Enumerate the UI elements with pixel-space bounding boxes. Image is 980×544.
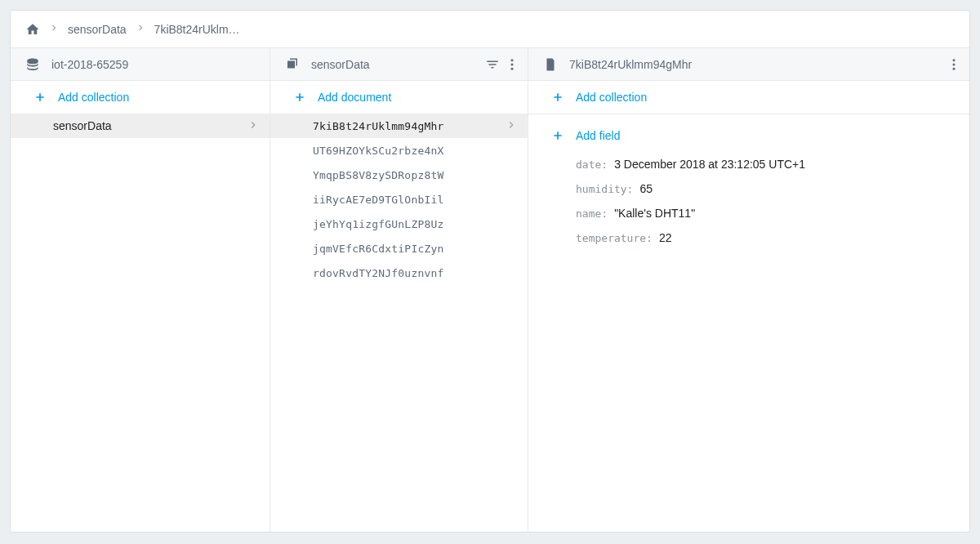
project-id-label: iot-2018-65259 <box>51 58 128 71</box>
field-row[interactable]: date: 3 December 2018 at 23:12:05 UTC+1 <box>551 152 969 176</box>
add-document-button[interactable]: Add document <box>270 81 528 114</box>
columns-container: iot-2018-65259 Add collection sensorData <box>11 48 969 532</box>
filter-icon[interactable] <box>485 57 500 72</box>
collection-column: sensorData Add document 7kiB8t24rUklmm94… <box>270 48 528 532</box>
home-icon <box>25 22 40 37</box>
field-key: date: <box>576 158 608 171</box>
field-row[interactable]: temperature: 22 <box>551 225 969 250</box>
field-key: temperature: <box>576 232 653 244</box>
collection-item[interactable]: sensorData <box>11 114 270 138</box>
document-id-label: 7kiB8t24rUklmm94gMhr <box>569 58 692 71</box>
add-document-label: Add document <box>318 91 391 104</box>
add-collection-button[interactable]: Add collection <box>11 81 270 114</box>
svg-point-5 <box>953 67 956 69</box>
document-column-header: 7kiB8t24rUklmm94gMhr <box>528 48 969 81</box>
document-item[interactable]: jqmVEfcR6CdxtiPIcZyn <box>270 236 528 261</box>
add-field-button[interactable]: Add field <box>551 119 969 152</box>
document-item-label: jqmVEfcR6CdxtiPIcZyn <box>313 243 444 255</box>
collection-icon <box>285 57 300 72</box>
plus-icon <box>293 91 306 104</box>
breadcrumb-item-document[interactable]: 7kiB8t24rUklm… <box>154 23 240 36</box>
svg-point-0 <box>511 59 514 61</box>
document-item[interactable]: 7kiB8t24rUklmm94gMhr <box>270 114 528 138</box>
field-value: 22 <box>659 231 672 244</box>
breadcrumb-item-collection[interactable]: sensorData <box>68 23 127 36</box>
field-value: "Kalle's DHT11" <box>614 207 695 220</box>
field-value: 3 December 2018 at 23:12:05 UTC+1 <box>614 158 805 171</box>
collection-name-label: sensorData <box>311 58 370 71</box>
field-value: 65 <box>639 182 653 195</box>
project-column: iot-2018-65259 Add collection sensorData <box>11 48 270 532</box>
collection-item-label: sensorData <box>53 119 112 132</box>
document-item[interactable]: rdovRvdTY2NJf0uznvnf <box>270 261 528 285</box>
chevron-right-icon <box>247 118 260 134</box>
firestore-data-panel: sensorData 7kiB8t24rUklm… iot-2018-65259… <box>10 10 970 533</box>
add-collection-label: Add collection <box>58 91 129 104</box>
database-icon <box>25 57 40 72</box>
svg-point-3 <box>953 59 956 61</box>
document-item-label: 7kiB8t24rUklmm94gMhr <box>313 120 444 132</box>
document-column: 7kiB8t24rUklmm94gMhr Add collection Add … <box>528 48 969 532</box>
breadcrumb: sensorData 7kiB8t24rUklm… <box>11 11 969 48</box>
document-item-label: UT69HZOYkSCu2rbze4nX <box>313 145 444 157</box>
collection-column-header: sensorData <box>270 48 528 81</box>
document-item[interactable]: YmqpBS8V8zySDRopz8tW <box>270 163 528 187</box>
svg-point-2 <box>511 67 514 69</box>
document-icon <box>543 57 558 72</box>
breadcrumb-home[interactable] <box>25 22 40 37</box>
chevron-right-icon <box>48 22 60 36</box>
overflow-menu-icon[interactable] <box>947 57 961 72</box>
document-item-label: rdovRvdTY2NJf0uznvnf <box>313 267 444 279</box>
document-item-label: YmqpBS8V8zySDRopz8tW <box>313 169 444 181</box>
add-subcollection-label: Add collection <box>576 91 647 104</box>
documents-list: 7kiB8t24rUklmm94gMhr UT69HZOYkSCu2rbze4n… <box>270 114 528 532</box>
document-item-label: jeYhYq1izgfGUnLZP8Uz <box>313 218 444 230</box>
svg-point-1 <box>511 63 514 65</box>
document-item[interactable]: iiRycAE7eD9TGlOnbIil <box>270 187 528 212</box>
document-item[interactable]: UT69HZOYkSCu2rbze4nX <box>270 138 528 163</box>
chevron-right-icon <box>135 22 146 36</box>
svg-point-4 <box>953 63 956 65</box>
plus-icon <box>33 91 47 104</box>
document-item-label: iiRycAE7eD9TGlOnbIil <box>313 194 444 206</box>
project-column-header: iot-2018-65259 <box>11 48 270 81</box>
field-row[interactable]: humidity: 65 <box>551 176 969 201</box>
field-row[interactable]: name: "Kalle's DHT11" <box>551 201 969 225</box>
plus-icon <box>551 129 564 142</box>
chevron-right-icon <box>505 118 518 134</box>
add-field-label: Add field <box>576 129 620 142</box>
add-subcollection-button[interactable]: Add collection <box>528 81 969 114</box>
document-item[interactable]: jeYhYq1izgfGUnLZP8Uz <box>270 212 528 236</box>
field-key: name: <box>576 207 608 220</box>
fields-container: Add field date: 3 December 2018 at 23:12… <box>528 114 969 250</box>
field-key: humidity: <box>576 183 633 195</box>
plus-icon <box>551 91 564 104</box>
collections-list: sensorData <box>11 114 270 532</box>
overflow-menu-icon[interactable] <box>505 57 519 72</box>
